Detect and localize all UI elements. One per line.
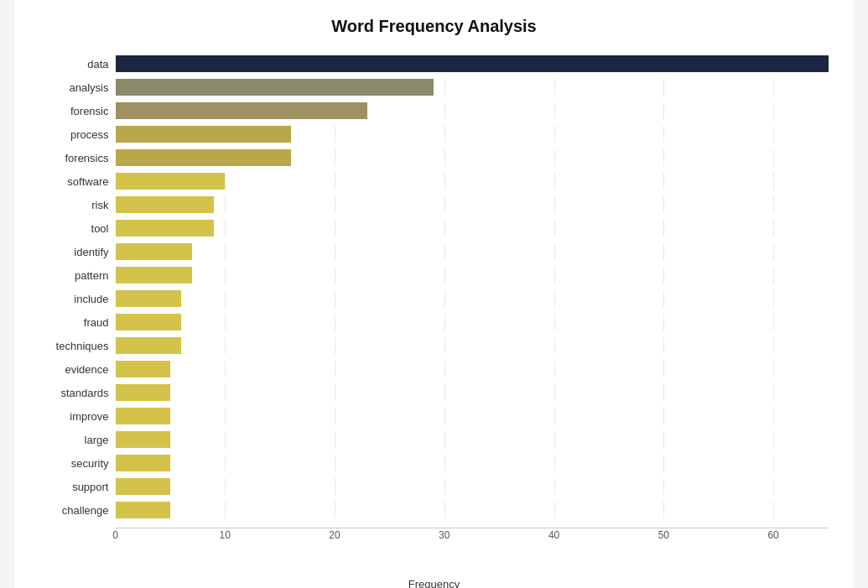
bar-row: forensics (40, 147, 829, 169)
bar-fill (116, 314, 181, 330)
grid-line (444, 267, 445, 284)
grid-line (335, 455, 335, 471)
bar-track (116, 173, 829, 190)
grid-line (663, 408, 664, 424)
grid-line (225, 384, 226, 401)
grid-line (444, 196, 445, 213)
grid-line (663, 79, 664, 96)
bar-track (116, 361, 829, 377)
grid-line (444, 173, 445, 190)
bar-row: support (40, 476, 829, 497)
grid-line (444, 102, 445, 119)
grid-line (773, 267, 774, 284)
bar-label: data (40, 58, 116, 70)
bar-fill (116, 79, 434, 96)
bar-label: process (40, 128, 116, 141)
grid-line (663, 431, 664, 448)
grid-line (554, 361, 555, 377)
bar-fill (116, 196, 215, 213)
grid-line (773, 79, 774, 96)
x-axis-line (116, 528, 829, 528)
grid-line (663, 384, 664, 401)
grid-line (554, 267, 555, 284)
grid-line (225, 408, 226, 424)
grid-line (225, 337, 226, 354)
bar-fill (116, 55, 829, 72)
grid-line (444, 220, 445, 237)
bar-label: fraud (40, 316, 116, 329)
grid-line (335, 149, 335, 166)
bar-track (116, 314, 829, 330)
grid-line (444, 290, 445, 307)
grid-line (554, 126, 555, 143)
grid-line (554, 79, 555, 96)
grid-line (335, 314, 335, 330)
grid-line (335, 220, 335, 237)
bar-label: standards (40, 387, 116, 399)
grid-line (554, 431, 555, 448)
grid-line (773, 243, 774, 260)
bar-row: identify (40, 241, 829, 263)
bar-track (116, 290, 829, 307)
bar-track (116, 431, 829, 448)
bar-fill (116, 502, 170, 518)
bar-fill (116, 431, 170, 448)
bar-track (116, 196, 829, 213)
x-tick: 50 (658, 529, 669, 541)
bar-fill (116, 173, 226, 190)
grid-line (444, 361, 445, 377)
bar-fill (116, 102, 368, 119)
grid-line (444, 79, 445, 96)
bar-label: risk (40, 199, 116, 211)
bar-row: software (40, 170, 829, 192)
grid-line (663, 243, 664, 260)
grid-line (225, 243, 226, 260)
bar-label: techniques (40, 340, 116, 352)
bar-label: analysis (40, 81, 116, 94)
grid-line (335, 361, 335, 377)
grid-line (663, 220, 664, 237)
bar-row: process (40, 123, 829, 145)
grid-line (773, 478, 774, 495)
bar-label: evidence (40, 363, 116, 376)
grid-line (554, 149, 555, 166)
bar-track (116, 149, 829, 166)
grid-line (444, 126, 445, 143)
grid-line (444, 431, 445, 448)
chart-container: Word Frequency Analysis dataanalysisfore… (15, 0, 854, 588)
grid-line (663, 314, 664, 330)
bar-label: support (40, 481, 116, 493)
grid-line (773, 290, 774, 307)
grid-line (554, 196, 555, 213)
grid-line (554, 314, 555, 330)
grid-line (663, 478, 664, 495)
grid-line (444, 502, 445, 518)
bar-track (116, 502, 829, 518)
grid-line (225, 290, 226, 307)
bar-row: risk (40, 194, 829, 216)
grid-line (773, 361, 774, 377)
bar-fill (116, 384, 170, 401)
grid-line (444, 337, 445, 354)
grid-line (773, 314, 774, 330)
grid-line (663, 126, 664, 143)
bar-fill (116, 290, 181, 307)
grid-line (773, 337, 774, 354)
bar-fill (116, 243, 193, 260)
grid-line (225, 478, 226, 495)
bar-fill (116, 126, 291, 143)
grid-line (773, 502, 774, 518)
grid-line (444, 314, 445, 330)
grid-line (554, 290, 555, 307)
grid-line (554, 173, 555, 190)
bar-row: standards (40, 382, 829, 403)
bar-fill (116, 478, 170, 495)
grid-line (554, 502, 555, 518)
grid-line (663, 149, 664, 166)
grid-line (335, 290, 335, 307)
x-tick: 10 (220, 529, 231, 541)
bar-label: tool (40, 222, 116, 235)
chart-title: Word Frequency Analysis (40, 17, 829, 36)
grid-line (225, 455, 226, 471)
grid-line (335, 502, 335, 518)
